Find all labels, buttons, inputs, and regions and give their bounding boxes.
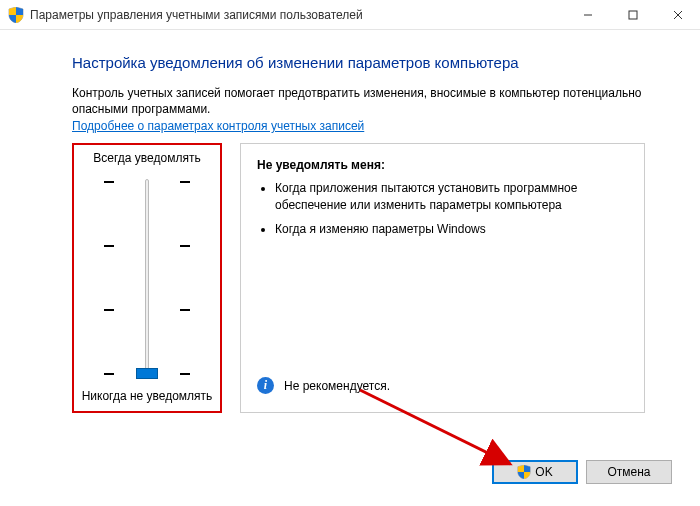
ok-button[interactable]: OK: [492, 460, 578, 484]
slider-thumb[interactable]: [136, 368, 158, 379]
cancel-button[interactable]: Отмена: [586, 460, 672, 484]
info-bullet: Когда приложения пытаются установить про…: [275, 180, 628, 212]
slider-label-never: Никогда не уведомлять: [78, 389, 216, 403]
dialog-buttons: OK Отмена: [492, 460, 672, 484]
learn-more-link[interactable]: Подробнее о параметрах контроля учетных …: [72, 119, 364, 133]
page-description: Контроль учетных записей помогает предот…: [72, 85, 645, 117]
uac-shield-icon: [8, 7, 24, 23]
uac-slider[interactable]: [78, 173, 216, 383]
window-title: Параметры управления учетными записями п…: [30, 8, 565, 22]
info-list: Когда приложения пытаются установить про…: [275, 180, 628, 237]
recommend-text: Не рекомендуется.: [284, 379, 390, 393]
svg-rect-1: [629, 11, 637, 19]
uac-shield-icon: [517, 465, 531, 479]
window-controls: [565, 0, 700, 29]
maximize-button[interactable]: [610, 0, 655, 29]
slider-panel: Всегда уведомлять Никогда не уведомлять: [72, 143, 222, 413]
info-panel: Не уведомлять меня: Когда приложения пыт…: [240, 143, 645, 413]
cancel-button-label: Отмена: [607, 465, 650, 479]
minimize-button[interactable]: [565, 0, 610, 29]
info-title: Не уведомлять меня:: [257, 158, 628, 172]
info-bullet: Когда я изменяю параметры Windows: [275, 221, 628, 237]
page-heading: Настройка уведомления об изменении парам…: [72, 54, 645, 71]
ok-button-label: OK: [535, 465, 552, 479]
titlebar: Параметры управления учетными записями п…: [0, 0, 700, 30]
close-button[interactable]: [655, 0, 700, 29]
slider-label-always: Всегда уведомлять: [78, 151, 216, 165]
info-icon: i: [257, 377, 274, 394]
